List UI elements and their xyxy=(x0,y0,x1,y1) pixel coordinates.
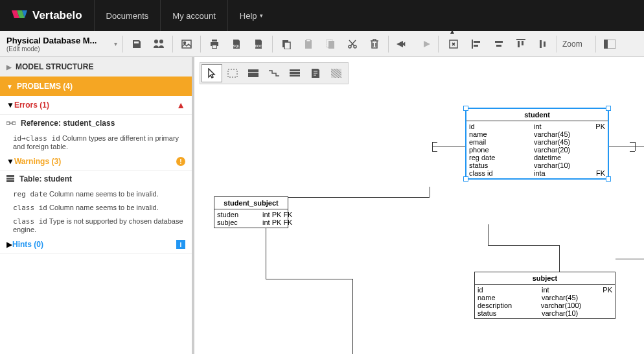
svg-rect-10 xyxy=(284,42,290,49)
svg-rect-24 xyxy=(518,41,520,47)
warning-item-table[interactable]: Table: student xyxy=(0,171,192,187)
chevron-down-icon: ▾ xyxy=(260,12,263,19)
share-button[interactable] xyxy=(149,34,168,54)
reference-tool[interactable] xyxy=(264,64,284,82)
svg-rect-21 xyxy=(495,41,503,43)
svg-rect-39 xyxy=(290,69,300,71)
svg-text:SQL: SQL xyxy=(233,44,240,48)
toolbar-marker-icon: ▲ xyxy=(449,28,455,35)
svg-rect-22 xyxy=(496,45,501,47)
svg-rect-37 xyxy=(248,69,259,72)
entity-student[interactable]: student idintPKnamevarchar(45)emailvarch… xyxy=(465,108,609,180)
entity-column: namevarchar(45) xyxy=(469,130,605,138)
doc-export-button[interactable]: DOC xyxy=(249,34,268,54)
cut-button[interactable] xyxy=(343,34,362,54)
hint-badge-icon: i xyxy=(176,240,185,249)
print-button[interactable] xyxy=(205,34,224,54)
paste-button[interactable] xyxy=(299,34,318,54)
svg-rect-23 xyxy=(516,39,525,40)
panel-toggle-button[interactable] xyxy=(600,34,619,54)
canvas-toolbar xyxy=(200,62,349,84)
entity-column: studenint PK FK xyxy=(217,211,285,218)
document-title-block[interactable]: Physical Database M... (Edit mode) xyxy=(4,36,114,53)
duplicate-button[interactable] xyxy=(321,34,340,54)
brand-logo[interactable]: Vertabelo xyxy=(0,8,94,23)
note-tool[interactable] xyxy=(305,64,326,82)
align-top-button[interactable] xyxy=(511,34,531,54)
align-middle-button[interactable] xyxy=(533,34,553,54)
svg-rect-38 xyxy=(248,73,259,77)
svg-rect-35 xyxy=(6,180,14,182)
document-title: Physical Database M... xyxy=(4,36,114,45)
dropdown-caret-icon[interactable]: ▾ xyxy=(114,40,117,47)
entity-column: idintPK xyxy=(477,286,612,294)
diagram-canvas[interactable]: student idintPKnamevarchar(45)emailvarch… xyxy=(194,57,644,354)
entity-student-subject[interactable]: student_subject studenint PK FKsubjecint… xyxy=(214,196,288,228)
triangle-right-icon: ▶ xyxy=(6,64,12,71)
undo-button[interactable] xyxy=(393,34,412,54)
triangle-down-icon: ▼ xyxy=(6,157,14,166)
brand-name: Vertabelo xyxy=(32,9,82,22)
entity-column: namevarchar(45) xyxy=(477,294,612,301)
entity-title: subject xyxy=(475,272,615,285)
marquee-tool[interactable] xyxy=(222,64,243,82)
entity-column: emailvarchar(45) xyxy=(469,138,605,146)
svg-rect-30 xyxy=(6,122,10,124)
sql-export-button[interactable]: SQL xyxy=(227,34,246,54)
expand-button[interactable] xyxy=(444,34,463,54)
entity-column: subjecint PK FK xyxy=(217,218,285,226)
document-mode: (Edit mode) xyxy=(4,45,114,53)
image-export-button[interactable] xyxy=(177,34,196,54)
entity-column: statusvarchar(10) xyxy=(469,161,605,169)
nav-documents[interactable]: Documents xyxy=(94,0,161,31)
triangle-down-icon: ▼ xyxy=(6,100,14,110)
svg-rect-41 xyxy=(290,75,300,77)
svg-rect-40 xyxy=(290,72,300,74)
triangle-down-icon: ▼ xyxy=(6,83,13,90)
sidebar-errors[interactable]: ▼Errors (1) ▲ xyxy=(0,96,192,115)
entity-title: student_subject xyxy=(214,197,288,209)
nav-help[interactable]: Help▾ xyxy=(227,0,275,31)
copy-button[interactable] xyxy=(277,34,296,54)
entity-column: reg datedatetime xyxy=(469,154,605,161)
sidebar-model-structure[interactable]: ▶MODEL STRUCTURE xyxy=(0,57,192,77)
svg-rect-26 xyxy=(540,40,542,48)
svg-point-3 xyxy=(154,40,158,43)
error-badge-icon: ▲ xyxy=(176,100,185,110)
warning-badge-icon: ! xyxy=(176,157,185,166)
view-tool[interactable] xyxy=(284,64,305,82)
area-tool[interactable] xyxy=(326,64,347,82)
svg-rect-12 xyxy=(306,40,310,41)
triangle-right-icon: ▶ xyxy=(6,240,12,249)
table-tool[interactable] xyxy=(243,64,264,82)
align-center-button[interactable] xyxy=(489,34,509,54)
svg-rect-5 xyxy=(182,40,191,48)
select-tool[interactable] xyxy=(201,64,222,82)
sidebar-warnings[interactable]: ▼Warnings (3) ! xyxy=(0,153,192,171)
svg-rect-20 xyxy=(474,45,478,47)
svg-rect-33 xyxy=(6,175,14,177)
save-button[interactable] xyxy=(127,34,146,54)
entity-column: class idintaFK xyxy=(469,169,605,177)
sidebar-problems[interactable]: ▼PROBLEMS (4) xyxy=(0,77,192,96)
svg-rect-31 xyxy=(12,122,16,124)
svg-rect-18 xyxy=(472,40,473,49)
entity-column: idintPK xyxy=(469,123,605,130)
svg-rect-19 xyxy=(474,41,480,43)
nav-my-account[interactable]: My account xyxy=(160,0,227,31)
entity-title: student xyxy=(466,109,608,121)
warning-detail-2: class id Column name seems to be invalid… xyxy=(0,201,192,215)
svg-rect-34 xyxy=(6,178,14,180)
sidebar-hints[interactable]: ▶Hints (0) i xyxy=(0,236,192,254)
entity-subject[interactable]: subject idintPKnamevarchar(45)descriptio… xyxy=(474,272,615,319)
svg-rect-27 xyxy=(544,41,546,47)
error-item-reference[interactable]: Reference: student_class xyxy=(0,115,192,132)
delete-button[interactable] xyxy=(365,34,384,54)
warning-detail-1: reg date Column name seems to be invalid… xyxy=(0,187,192,201)
entity-column: phonevarchar(20) xyxy=(469,146,605,154)
error-detail: id→class id Column types are different i… xyxy=(0,132,192,153)
svg-rect-25 xyxy=(522,41,523,45)
redo-button[interactable] xyxy=(415,34,434,54)
svg-rect-29 xyxy=(604,40,608,49)
align-left-button[interactable] xyxy=(467,34,487,54)
